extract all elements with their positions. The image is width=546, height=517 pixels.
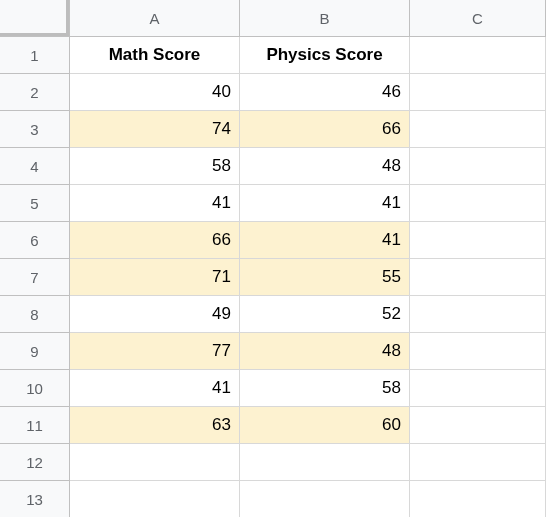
cell-C9[interactable] [410,333,546,370]
cell-B11[interactable]: 60 [240,407,410,444]
cell-A3[interactable]: 74 [70,111,240,148]
cell-C2[interactable] [410,74,546,111]
cell-C1[interactable] [410,37,546,74]
cell-A1[interactable]: Math Score [70,37,240,74]
row-header-3[interactable]: 3 [0,111,70,148]
row-header-13[interactable]: 13 [0,481,70,517]
cell-A7[interactable]: 71 [70,259,240,296]
cell-B8[interactable]: 52 [240,296,410,333]
cell-A10[interactable]: 41 [70,370,240,407]
cell-A9[interactable]: 77 [70,333,240,370]
row-header-9[interactable]: 9 [0,333,70,370]
row-header-1[interactable]: 1 [0,37,70,74]
cell-B5[interactable]: 41 [240,185,410,222]
row-header-5[interactable]: 5 [0,185,70,222]
cell-B1[interactable]: Physics Score [240,37,410,74]
cell-B13[interactable] [240,481,410,517]
cell-C3[interactable] [410,111,546,148]
row-header-7[interactable]: 7 [0,259,70,296]
cell-A12[interactable] [70,444,240,481]
cell-C8[interactable] [410,296,546,333]
cell-A11[interactable]: 63 [70,407,240,444]
cell-A4[interactable]: 58 [70,148,240,185]
cell-C10[interactable] [410,370,546,407]
row-header-11[interactable]: 11 [0,407,70,444]
col-header-A[interactable]: A [70,0,240,37]
row-header-8[interactable]: 8 [0,296,70,333]
cell-A2[interactable]: 40 [70,74,240,111]
cell-B3[interactable]: 66 [240,111,410,148]
cell-C7[interactable] [410,259,546,296]
cell-C12[interactable] [410,444,546,481]
cell-B6[interactable]: 41 [240,222,410,259]
col-header-C[interactable]: C [410,0,546,37]
cell-A6[interactable]: 66 [70,222,240,259]
col-header-B[interactable]: B [240,0,410,37]
cell-C11[interactable] [410,407,546,444]
spreadsheet-grid[interactable]: A B C 1 Math Score Physics Score 2 40 46… [0,0,546,517]
row-header-12[interactable]: 12 [0,444,70,481]
cell-C5[interactable] [410,185,546,222]
cell-B4[interactable]: 48 [240,148,410,185]
cell-A8[interactable]: 49 [70,296,240,333]
cell-B12[interactable] [240,444,410,481]
cell-C13[interactable] [410,481,546,517]
cell-B9[interactable]: 48 [240,333,410,370]
cell-B10[interactable]: 58 [240,370,410,407]
row-header-6[interactable]: 6 [0,222,70,259]
row-header-4[interactable]: 4 [0,148,70,185]
select-all-corner[interactable] [0,0,70,37]
cell-B7[interactable]: 55 [240,259,410,296]
cell-C4[interactable] [410,148,546,185]
cell-A13[interactable] [70,481,240,517]
cell-B2[interactable]: 46 [240,74,410,111]
row-header-2[interactable]: 2 [0,74,70,111]
cell-A5[interactable]: 41 [70,185,240,222]
cell-C6[interactable] [410,222,546,259]
row-header-10[interactable]: 10 [0,370,70,407]
